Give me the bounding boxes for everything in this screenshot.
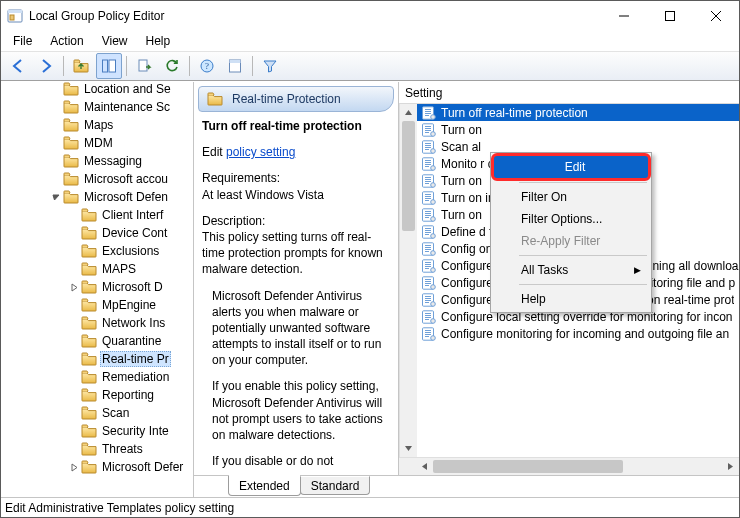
tree-item[interactable]: Microsoft Defer xyxy=(11,458,193,476)
tree-item[interactable]: Maintenance Sc xyxy=(11,98,193,116)
nav-tree[interactable]: Location and SeMaintenance ScMapsMDMMess… xyxy=(1,82,194,497)
settings-row[interactable]: Turn on xyxy=(417,121,739,138)
vscroll-thumb[interactable] xyxy=(402,121,415,231)
tree-item[interactable]: Messaging xyxy=(11,152,193,170)
description-p3: If you enable this policy setting, Micro… xyxy=(212,378,390,443)
folder-icon xyxy=(63,190,79,204)
column-header-setting[interactable]: Setting xyxy=(399,82,739,104)
svg-rect-10 xyxy=(666,12,675,21)
close-button[interactable] xyxy=(693,1,739,31)
tab-standard[interactable]: Standard xyxy=(300,476,371,495)
ctx-filter-options[interactable]: Filter Options... xyxy=(493,208,649,230)
tree-item[interactable]: Remediation xyxy=(11,368,193,386)
scroll-right-icon[interactable] xyxy=(722,458,739,475)
menu-file[interactable]: File xyxy=(5,32,40,50)
settings-hscroll[interactable] xyxy=(399,457,739,475)
scroll-down-icon[interactable] xyxy=(400,440,417,457)
settings-row[interactable]: Configure monitoring for incoming and ou… xyxy=(417,325,739,342)
tree-item[interactable]: MAPS xyxy=(11,260,193,278)
tree-item-label: Quarantine xyxy=(100,334,163,348)
tree-item[interactable]: Threats xyxy=(11,440,193,458)
tree-item-label: Messaging xyxy=(82,154,144,168)
requirements-heading: Requirements: xyxy=(202,170,390,186)
folder-icon xyxy=(207,92,223,106)
nav-back-button[interactable] xyxy=(5,53,31,79)
folder-icon xyxy=(81,226,97,240)
app-icon xyxy=(7,8,23,24)
tree-item[interactable]: Microsoft accou xyxy=(11,170,193,188)
help-button[interactable]: ? xyxy=(194,53,220,79)
folder-icon xyxy=(81,280,97,294)
minimize-button[interactable] xyxy=(601,1,647,31)
folder-icon xyxy=(63,136,79,150)
tree-item[interactable]: Scan xyxy=(11,404,193,422)
policy-icon xyxy=(421,276,437,290)
settings-row[interactable]: Turn off real-time protection xyxy=(417,104,739,121)
window-title: Local Group Policy Editor xyxy=(29,9,164,23)
tree-item[interactable]: MDM xyxy=(11,134,193,152)
refresh-button[interactable] xyxy=(159,53,185,79)
policy-icon xyxy=(421,225,437,239)
tree-item[interactable]: Maps xyxy=(11,116,193,134)
menu-view[interactable]: View xyxy=(94,32,136,50)
svg-rect-19 xyxy=(230,60,241,63)
svg-text:?: ? xyxy=(205,61,209,71)
tree-item-label: Maintenance Sc xyxy=(82,100,172,114)
tree-item-label: Threats xyxy=(100,442,145,456)
expand-icon[interactable] xyxy=(67,283,81,292)
policy-icon xyxy=(421,140,437,154)
tree-item[interactable]: Real-time Pr xyxy=(11,350,193,368)
tree-item[interactable]: Security Inte xyxy=(11,422,193,440)
ctx-sep xyxy=(519,255,647,256)
ctx-edit[interactable]: Edit xyxy=(491,153,651,181)
ctx-filter-on[interactable]: Filter On xyxy=(493,186,649,208)
export-list-button[interactable] xyxy=(131,53,157,79)
tree-item[interactable]: Client Interf xyxy=(11,206,193,224)
ctx-all-tasks[interactable]: All Tasks▶ xyxy=(493,259,649,281)
expand-icon[interactable] xyxy=(67,463,81,472)
description-header: Real-time Protection xyxy=(198,86,394,112)
menu-help[interactable]: Help xyxy=(138,32,179,50)
ctx-reapply-filter: Re-Apply Filter xyxy=(493,230,649,252)
collapse-icon[interactable] xyxy=(49,193,63,202)
show-hide-tree-button[interactable] xyxy=(96,53,122,79)
tree-item[interactable]: Network Ins xyxy=(11,314,193,332)
folder-icon xyxy=(63,172,79,186)
svg-rect-13 xyxy=(103,60,108,72)
tree-item[interactable]: MpEngine xyxy=(11,296,193,314)
scroll-up-icon[interactable] xyxy=(400,104,417,121)
tree-item[interactable]: Microsoft Defen xyxy=(11,188,193,206)
tree-item[interactable]: Reporting xyxy=(11,386,193,404)
requirements-value: At least Windows Vista xyxy=(202,187,390,203)
tree-item[interactable]: Quarantine xyxy=(11,332,193,350)
tree-item[interactable]: Exclusions xyxy=(11,242,193,260)
description-p4: If you disable or do not xyxy=(212,453,390,469)
folder-icon xyxy=(81,424,97,438)
settings-row-label: Scan al xyxy=(441,140,481,154)
ctx-help[interactable]: Help xyxy=(493,288,649,310)
tree-item[interactable]: Device Cont xyxy=(11,224,193,242)
scroll-left-icon[interactable] xyxy=(416,458,433,475)
maximize-button[interactable] xyxy=(647,1,693,31)
tree-item[interactable]: Microsoft D xyxy=(11,278,193,296)
settings-vscroll[interactable] xyxy=(399,104,417,457)
tree-item-label: Location and Se xyxy=(82,82,173,96)
right-panel: Real-time Protection Turn off real-time … xyxy=(194,82,739,497)
nav-forward-button[interactable] xyxy=(33,53,59,79)
tab-extended[interactable]: Extended xyxy=(228,475,301,496)
hscroll-thumb[interactable] xyxy=(433,460,623,473)
policy-icon xyxy=(421,242,437,256)
up-one-level-button[interactable] xyxy=(68,53,94,79)
tree-item-label: Maps xyxy=(82,118,115,132)
edit-policy-link[interactable]: policy setting xyxy=(226,145,295,159)
svg-rect-8 xyxy=(10,15,14,20)
filter-button[interactable] xyxy=(257,53,283,79)
folder-icon xyxy=(63,118,79,132)
folder-icon xyxy=(63,82,79,96)
tree-item[interactable]: Location and Se xyxy=(11,82,193,98)
folder-icon xyxy=(81,352,97,366)
menu-action[interactable]: Action xyxy=(42,32,91,50)
tree-item-label: MDM xyxy=(82,136,115,150)
folder-icon xyxy=(81,262,97,276)
properties-button[interactable] xyxy=(222,53,248,79)
